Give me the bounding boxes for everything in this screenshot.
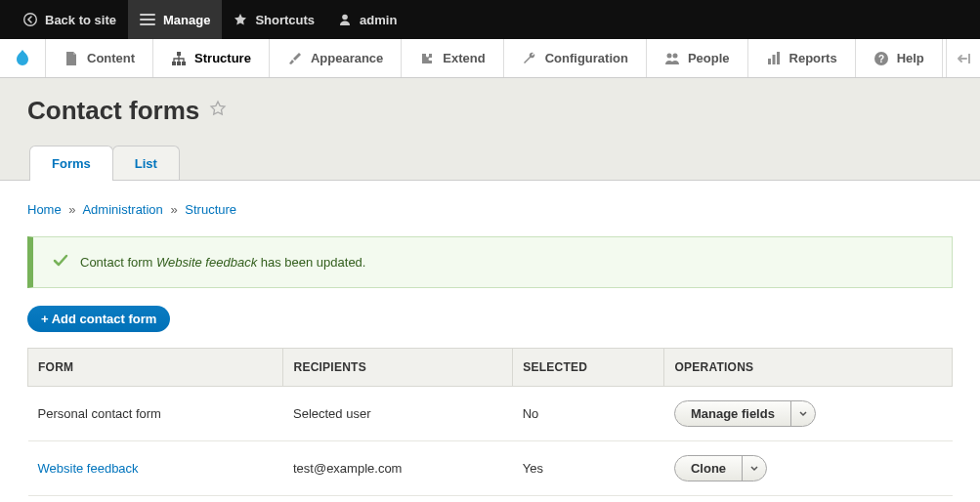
user-icon bbox=[338, 13, 352, 26]
star-outline-icon bbox=[209, 100, 227, 117]
selected-value: Yes bbox=[523, 461, 543, 476]
primary-tabs: Forms List bbox=[29, 146, 953, 181]
back-to-site-label: Back to site bbox=[45, 13, 116, 27]
breadcrumb-sep: » bbox=[170, 202, 177, 217]
selected-value: No bbox=[523, 406, 539, 421]
form-name-link[interactable]: Website feedback bbox=[38, 461, 139, 476]
hierarchy-icon bbox=[171, 51, 187, 66]
menu-structure[interactable]: Structure bbox=[153, 39, 270, 77]
svg-rect-8 bbox=[768, 59, 771, 64]
clone-button[interactable]: Clone bbox=[675, 456, 742, 481]
arrow-left-circle-icon bbox=[23, 13, 37, 26]
svg-rect-9 bbox=[772, 55, 775, 64]
svg-point-1 bbox=[342, 15, 348, 21]
table-row: Personal contact form Selected user No M… bbox=[28, 387, 953, 441]
user-menu[interactable]: admin bbox=[326, 0, 408, 39]
menu-content[interactable]: Content bbox=[46, 39, 153, 77]
menu-content-label: Content bbox=[87, 51, 135, 65]
menu-people[interactable]: People bbox=[647, 39, 748, 77]
drupal-icon bbox=[12, 48, 33, 69]
breadcrumb-structure[interactable]: Structure bbox=[185, 202, 236, 217]
breadcrumb-home[interactable]: Home bbox=[27, 202, 62, 217]
manage-label: Manage bbox=[163, 13, 210, 27]
col-recipients: RECIPIENTS bbox=[283, 349, 513, 387]
paintbrush-icon bbox=[287, 51, 303, 66]
favorite-toggle[interactable] bbox=[209, 100, 227, 122]
menu-extend-label: Extend bbox=[443, 51, 485, 65]
menu-extend[interactable]: Extend bbox=[402, 39, 503, 77]
contact-forms-table: FORM RECIPIENTS SELECTED OPERATIONS Pers… bbox=[27, 348, 953, 496]
shortcuts[interactable]: Shortcuts bbox=[222, 0, 326, 39]
dropbutton-toggle[interactable] bbox=[742, 456, 766, 481]
message-suffix: has been updated. bbox=[257, 255, 365, 270]
chevron-down-icon bbox=[750, 465, 758, 473]
menu-help[interactable]: ? Help bbox=[856, 39, 943, 77]
tab-forms[interactable]: Forms bbox=[29, 146, 113, 181]
home-icon-link[interactable] bbox=[0, 39, 46, 77]
menu-help-label: Help bbox=[897, 51, 924, 65]
status-message: Contact form Website feedback has been u… bbox=[27, 236, 953, 288]
svg-rect-3 bbox=[172, 62, 176, 65]
menu-people-label: People bbox=[688, 51, 730, 65]
hamburger-icon bbox=[140, 13, 155, 26]
operations-dropbutton: Clone bbox=[674, 455, 767, 481]
menu-configuration-label: Configuration bbox=[545, 51, 628, 65]
wrench-icon bbox=[522, 51, 537, 66]
puzzle-icon bbox=[419, 51, 435, 66]
menu-appearance-label: Appearance bbox=[311, 51, 383, 65]
svg-rect-2 bbox=[177, 52, 181, 56]
col-operations: OPERATIONS bbox=[664, 349, 953, 387]
page-header-region: Contact forms Forms List bbox=[0, 78, 980, 181]
message-em: Website feedback bbox=[156, 255, 257, 270]
svg-text:?: ? bbox=[878, 54, 884, 64]
menu-structure-label: Structure bbox=[194, 51, 251, 65]
manage-fields-button[interactable]: Manage fields bbox=[675, 401, 790, 426]
document-icon bbox=[64, 51, 79, 66]
col-form: FORM bbox=[28, 349, 283, 387]
operations-dropbutton: Manage fields bbox=[674, 400, 816, 427]
message-prefix: Contact form bbox=[80, 255, 156, 270]
bar-chart-icon bbox=[766, 51, 782, 66]
back-to-site[interactable]: Back to site bbox=[12, 0, 128, 39]
collapse-toggle[interactable] bbox=[946, 39, 980, 77]
tab-list[interactable]: List bbox=[112, 146, 180, 181]
recipients-value: test@example.com bbox=[293, 461, 402, 476]
admin-menu: Content Structure Appearance Extend Conf… bbox=[0, 39, 980, 78]
form-name: Personal contact form bbox=[38, 406, 161, 421]
menu-reports[interactable]: Reports bbox=[748, 39, 856, 77]
page-title: Contact forms bbox=[27, 96, 199, 126]
dropbutton-toggle[interactable] bbox=[790, 401, 815, 426]
breadcrumb-sep: » bbox=[68, 202, 75, 217]
user-label: admin bbox=[360, 13, 397, 27]
table-row: Website feedback test@example.com Yes Cl… bbox=[28, 441, 953, 496]
status-message-text: Contact form Website feedback has been u… bbox=[80, 255, 365, 270]
recipients-value: Selected user bbox=[293, 406, 371, 421]
collapse-icon bbox=[957, 52, 970, 65]
star-icon bbox=[234, 13, 247, 26]
svg-point-0 bbox=[24, 14, 37, 26]
manage-toggle[interactable]: Manage bbox=[128, 0, 222, 39]
svg-rect-10 bbox=[777, 52, 780, 64]
svg-rect-5 bbox=[182, 62, 186, 65]
toolbar: Back to site Manage Shortcuts admin bbox=[0, 0, 980, 39]
people-icon bbox=[664, 51, 680, 66]
shortcuts-label: Shortcuts bbox=[255, 13, 315, 27]
menu-appearance[interactable]: Appearance bbox=[270, 39, 402, 77]
page-title-wrap: Contact forms bbox=[27, 96, 953, 126]
breadcrumb-admin[interactable]: Administration bbox=[82, 202, 162, 217]
svg-point-6 bbox=[666, 53, 671, 58]
breadcrumb: Home » Administration » Structure bbox=[27, 202, 953, 217]
menu-reports-label: Reports bbox=[789, 51, 837, 65]
svg-point-7 bbox=[672, 53, 677, 58]
col-selected: SELECTED bbox=[513, 349, 664, 387]
chevron-down-icon bbox=[799, 410, 807, 418]
add-contact-form-button[interactable]: + Add contact form bbox=[27, 306, 170, 332]
content-region: Home » Administration » Structure Contac… bbox=[0, 180, 980, 502]
svg-rect-4 bbox=[177, 62, 181, 65]
menu-configuration[interactable]: Configuration bbox=[504, 39, 647, 77]
help-icon: ? bbox=[873, 51, 889, 66]
check-icon bbox=[53, 253, 68, 272]
